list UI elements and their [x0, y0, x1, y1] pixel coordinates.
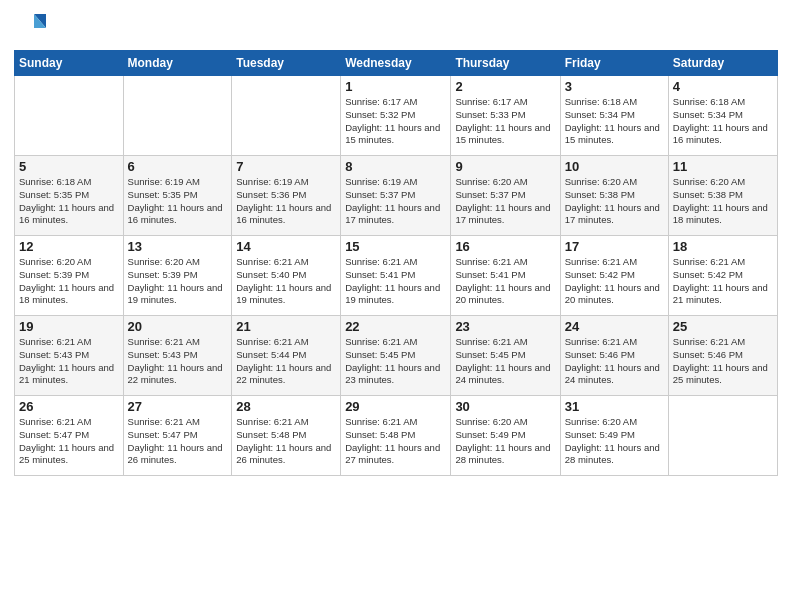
day-number: 26	[19, 399, 119, 414]
day-info: Sunrise: 6:20 AM Sunset: 5:37 PM Dayligh…	[455, 176, 555, 227]
calendar-cell: 30Sunrise: 6:20 AM Sunset: 5:49 PM Dayli…	[451, 396, 560, 476]
calendar-cell: 15Sunrise: 6:21 AM Sunset: 5:41 PM Dayli…	[341, 236, 451, 316]
calendar-cell: 24Sunrise: 6:21 AM Sunset: 5:46 PM Dayli…	[560, 316, 668, 396]
day-info: Sunrise: 6:19 AM Sunset: 5:37 PM Dayligh…	[345, 176, 446, 227]
calendar-header-monday: Monday	[123, 51, 232, 76]
day-number: 28	[236, 399, 336, 414]
calendar-cell: 7Sunrise: 6:19 AM Sunset: 5:36 PM Daylig…	[232, 156, 341, 236]
day-info: Sunrise: 6:18 AM Sunset: 5:34 PM Dayligh…	[673, 96, 773, 147]
calendar-cell: 5Sunrise: 6:18 AM Sunset: 5:35 PM Daylig…	[15, 156, 124, 236]
calendar-cell: 14Sunrise: 6:21 AM Sunset: 5:40 PM Dayli…	[232, 236, 341, 316]
calendar-cell: 1Sunrise: 6:17 AM Sunset: 5:32 PM Daylig…	[341, 76, 451, 156]
day-number: 8	[345, 159, 446, 174]
day-info: Sunrise: 6:21 AM Sunset: 5:45 PM Dayligh…	[455, 336, 555, 387]
day-info: Sunrise: 6:19 AM Sunset: 5:35 PM Dayligh…	[128, 176, 228, 227]
calendar-cell: 20Sunrise: 6:21 AM Sunset: 5:43 PM Dayli…	[123, 316, 232, 396]
day-info: Sunrise: 6:21 AM Sunset: 5:44 PM Dayligh…	[236, 336, 336, 387]
day-info: Sunrise: 6:20 AM Sunset: 5:38 PM Dayligh…	[673, 176, 773, 227]
calendar-header-row: SundayMondayTuesdayWednesdayThursdayFrid…	[15, 51, 778, 76]
day-info: Sunrise: 6:19 AM Sunset: 5:36 PM Dayligh…	[236, 176, 336, 227]
day-info: Sunrise: 6:20 AM Sunset: 5:38 PM Dayligh…	[565, 176, 664, 227]
calendar-cell: 6Sunrise: 6:19 AM Sunset: 5:35 PM Daylig…	[123, 156, 232, 236]
calendar-cell: 22Sunrise: 6:21 AM Sunset: 5:45 PM Dayli…	[341, 316, 451, 396]
calendar-header-tuesday: Tuesday	[232, 51, 341, 76]
calendar-cell: 27Sunrise: 6:21 AM Sunset: 5:47 PM Dayli…	[123, 396, 232, 476]
day-info: Sunrise: 6:17 AM Sunset: 5:32 PM Dayligh…	[345, 96, 446, 147]
calendar-cell: 10Sunrise: 6:20 AM Sunset: 5:38 PM Dayli…	[560, 156, 668, 236]
logo-icon	[14, 10, 46, 42]
day-info: Sunrise: 6:21 AM Sunset: 5:43 PM Dayligh…	[128, 336, 228, 387]
day-number: 2	[455, 79, 555, 94]
calendar-cell: 26Sunrise: 6:21 AM Sunset: 5:47 PM Dayli…	[15, 396, 124, 476]
day-info: Sunrise: 6:21 AM Sunset: 5:41 PM Dayligh…	[345, 256, 446, 307]
calendar-cell: 18Sunrise: 6:21 AM Sunset: 5:42 PM Dayli…	[668, 236, 777, 316]
day-info: Sunrise: 6:21 AM Sunset: 5:40 PM Dayligh…	[236, 256, 336, 307]
day-number: 30	[455, 399, 555, 414]
day-number: 20	[128, 319, 228, 334]
day-number: 17	[565, 239, 664, 254]
day-number: 14	[236, 239, 336, 254]
day-number: 18	[673, 239, 773, 254]
day-number: 5	[19, 159, 119, 174]
day-number: 24	[565, 319, 664, 334]
day-info: Sunrise: 6:21 AM Sunset: 5:46 PM Dayligh…	[673, 336, 773, 387]
day-number: 25	[673, 319, 773, 334]
day-info: Sunrise: 6:17 AM Sunset: 5:33 PM Dayligh…	[455, 96, 555, 147]
day-info: Sunrise: 6:21 AM Sunset: 5:47 PM Dayligh…	[128, 416, 228, 467]
day-info: Sunrise: 6:21 AM Sunset: 5:48 PM Dayligh…	[345, 416, 446, 467]
calendar-cell: 8Sunrise: 6:19 AM Sunset: 5:37 PM Daylig…	[341, 156, 451, 236]
day-info: Sunrise: 6:21 AM Sunset: 5:43 PM Dayligh…	[19, 336, 119, 387]
calendar-header-sunday: Sunday	[15, 51, 124, 76]
day-number: 16	[455, 239, 555, 254]
day-info: Sunrise: 6:20 AM Sunset: 5:39 PM Dayligh…	[128, 256, 228, 307]
calendar-cell: 9Sunrise: 6:20 AM Sunset: 5:37 PM Daylig…	[451, 156, 560, 236]
day-number: 6	[128, 159, 228, 174]
calendar-week-row: 1Sunrise: 6:17 AM Sunset: 5:32 PM Daylig…	[15, 76, 778, 156]
calendar-cell: 19Sunrise: 6:21 AM Sunset: 5:43 PM Dayli…	[15, 316, 124, 396]
header	[14, 10, 778, 42]
day-info: Sunrise: 6:21 AM Sunset: 5:48 PM Dayligh…	[236, 416, 336, 467]
day-number: 19	[19, 319, 119, 334]
calendar-week-row: 12Sunrise: 6:20 AM Sunset: 5:39 PM Dayli…	[15, 236, 778, 316]
logo	[14, 10, 50, 42]
calendar-header-thursday: Thursday	[451, 51, 560, 76]
day-info: Sunrise: 6:21 AM Sunset: 5:42 PM Dayligh…	[673, 256, 773, 307]
day-info: Sunrise: 6:21 AM Sunset: 5:47 PM Dayligh…	[19, 416, 119, 467]
calendar-cell: 4Sunrise: 6:18 AM Sunset: 5:34 PM Daylig…	[668, 76, 777, 156]
day-number: 7	[236, 159, 336, 174]
calendar-header-saturday: Saturday	[668, 51, 777, 76]
day-info: Sunrise: 6:20 AM Sunset: 5:49 PM Dayligh…	[455, 416, 555, 467]
calendar-week-row: 26Sunrise: 6:21 AM Sunset: 5:47 PM Dayli…	[15, 396, 778, 476]
day-info: Sunrise: 6:18 AM Sunset: 5:34 PM Dayligh…	[565, 96, 664, 147]
day-number: 3	[565, 79, 664, 94]
day-number: 1	[345, 79, 446, 94]
day-number: 22	[345, 319, 446, 334]
day-number: 15	[345, 239, 446, 254]
day-number: 10	[565, 159, 664, 174]
calendar-week-row: 5Sunrise: 6:18 AM Sunset: 5:35 PM Daylig…	[15, 156, 778, 236]
day-info: Sunrise: 6:21 AM Sunset: 5:46 PM Dayligh…	[565, 336, 664, 387]
day-number: 12	[19, 239, 119, 254]
calendar-cell	[123, 76, 232, 156]
calendar-cell: 17Sunrise: 6:21 AM Sunset: 5:42 PM Dayli…	[560, 236, 668, 316]
calendar-cell: 31Sunrise: 6:20 AM Sunset: 5:49 PM Dayli…	[560, 396, 668, 476]
page: SundayMondayTuesdayWednesdayThursdayFrid…	[0, 0, 792, 612]
day-number: 13	[128, 239, 228, 254]
day-number: 21	[236, 319, 336, 334]
day-info: Sunrise: 6:20 AM Sunset: 5:49 PM Dayligh…	[565, 416, 664, 467]
day-number: 23	[455, 319, 555, 334]
calendar-cell: 13Sunrise: 6:20 AM Sunset: 5:39 PM Dayli…	[123, 236, 232, 316]
calendar-week-row: 19Sunrise: 6:21 AM Sunset: 5:43 PM Dayli…	[15, 316, 778, 396]
day-info: Sunrise: 6:18 AM Sunset: 5:35 PM Dayligh…	[19, 176, 119, 227]
calendar-cell: 25Sunrise: 6:21 AM Sunset: 5:46 PM Dayli…	[668, 316, 777, 396]
day-number: 11	[673, 159, 773, 174]
calendar-cell	[668, 396, 777, 476]
calendar-cell: 12Sunrise: 6:20 AM Sunset: 5:39 PM Dayli…	[15, 236, 124, 316]
day-number: 29	[345, 399, 446, 414]
calendar-header-friday: Friday	[560, 51, 668, 76]
day-number: 4	[673, 79, 773, 94]
calendar-cell: 16Sunrise: 6:21 AM Sunset: 5:41 PM Dayli…	[451, 236, 560, 316]
calendar-cell: 3Sunrise: 6:18 AM Sunset: 5:34 PM Daylig…	[560, 76, 668, 156]
day-number: 31	[565, 399, 664, 414]
day-info: Sunrise: 6:21 AM Sunset: 5:41 PM Dayligh…	[455, 256, 555, 307]
